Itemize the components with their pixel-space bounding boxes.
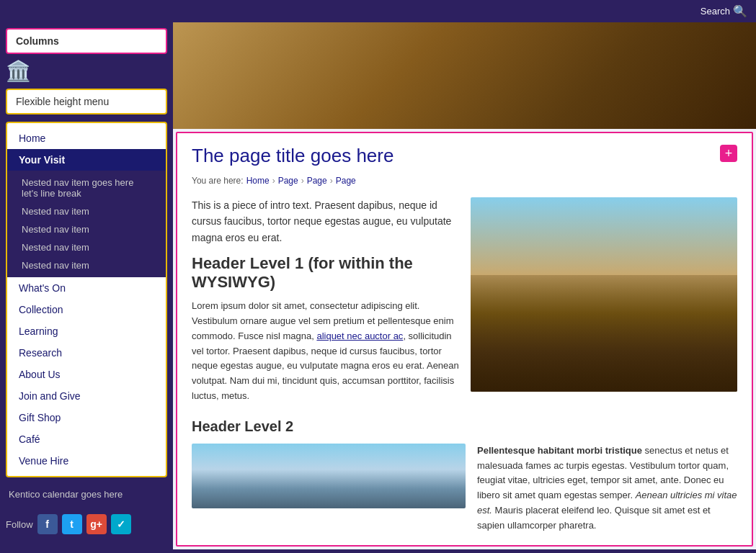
twitter-icon[interactable]: t — [62, 514, 82, 534]
nested-nav-item-5[interactable]: Nested nav item — [7, 256, 166, 274]
nested-nav-item-1[interactable]: Nested nav item goes here let's line bre… — [7, 174, 166, 202]
search-icon[interactable]: 🔍 — [733, 4, 747, 18]
main-layout: Columns 🏛️ Flexible height menu Home You… — [0, 22, 756, 549]
h1-wysiwyg: Header Level 1 (for within the WYSIWYG) — [192, 254, 459, 292]
nested-nav-item-4[interactable]: Nested nav item — [7, 238, 166, 256]
breadcrumb-page-3[interactable]: Page — [336, 176, 356, 186]
columns-label: Columns — [16, 35, 59, 47]
hero-image — [173, 22, 756, 129]
building-icon: 🏛️ — [6, 60, 31, 82]
breadcrumb-home[interactable]: Home — [246, 176, 270, 186]
body-text: Lorem ipsum dolor sit amet, consectetur … — [192, 299, 459, 404]
nav-item-whats-on[interactable]: What's On — [7, 277, 166, 299]
columns-box: Columns — [6, 28, 167, 54]
breadcrumb-page-2[interactable]: Page — [307, 176, 327, 186]
facebook-icon[interactable]: f — [37, 514, 58, 534]
nav-item-gift-shop[interactable]: Gift Shop — [7, 407, 166, 428]
boat-photo — [471, 197, 737, 392]
nested-nav-item-2[interactable]: Nested nav item — [7, 202, 166, 220]
intro-col: This is a piece of intro text. Praesent … — [192, 197, 459, 404]
right-col-em: Aenean ultricies mi vitae est. — [477, 490, 737, 516]
boat-photo-2-col — [192, 444, 466, 534]
follow-label: Follow — [6, 519, 33, 530]
googleplus-icon[interactable]: g+ — [86, 514, 107, 534]
nav-item-your-visit[interactable]: Your Visit — [7, 149, 166, 171]
content-area: The page title goes here + You are here:… — [176, 132, 753, 547]
calendar-placeholder: Kentico calendar goes here — [6, 483, 167, 505]
nav-item-learning[interactable]: Learning — [7, 320, 166, 342]
intro-text: This is a piece of intro text. Praesent … — [192, 197, 459, 246]
h2-wysiwyg: Header Level 2 — [192, 418, 737, 435]
breadcrumb-sep-3: › — [330, 176, 333, 186]
boat-image-col — [471, 197, 737, 404]
nested-nav-item-3[interactable]: Nested nav item — [7, 220, 166, 238]
nav-item-collection[interactable]: Collection — [7, 299, 166, 320]
you-are-here: You are here: — [192, 176, 244, 186]
hero-image-inner — [173, 22, 756, 129]
nested-nav-group: Nested nav item goes here let's line bre… — [7, 171, 166, 277]
body-link[interactable]: aliquet nec auctor ac — [316, 331, 403, 341]
two-col-section: This is a piece of intro text. Praesent … — [192, 197, 737, 404]
boat-photo-2 — [192, 444, 466, 508]
page-title: The page title goes here — [192, 145, 393, 167]
nav-item-venue-hire[interactable]: Venue Hire — [7, 450, 166, 472]
right-col-bold: Pellentesque habitant morbi tristique — [477, 445, 642, 456]
building-icon-area: 🏛️ — [6, 60, 167, 83]
nav-box: Home Your Visit Nested nav item goes her… — [6, 122, 167, 477]
main-content: The page title goes here + You are here:… — [173, 22, 756, 549]
breadcrumb-sep-2: › — [301, 176, 304, 186]
flex-menu-label: Flexible height menu — [16, 96, 109, 107]
nav-item-research[interactable]: Research — [7, 342, 166, 364]
search-label: Search — [701, 6, 730, 17]
breadcrumb: You are here: Home › Page › Page › Page — [192, 176, 737, 186]
breadcrumb-sep-1: › — [272, 176, 275, 186]
follow-bar: Follow f t g+ ✓ — [6, 511, 167, 537]
right-col-text: Pellentesque habitant morbi tristique se… — [477, 444, 737, 534]
nav-item-cafe[interactable]: Café — [7, 428, 166, 450]
breadcrumb-page-1[interactable]: Page — [278, 176, 298, 186]
flex-menu-box: Flexible height menu — [6, 89, 167, 114]
nav-item-join-and-give[interactable]: Join and Give — [7, 385, 166, 407]
left-panel: Columns 🏛️ Flexible height menu Home You… — [0, 22, 173, 549]
top-bar: Search 🔍 — [0, 0, 756, 22]
two-col-bottom: Pellentesque habitant morbi tristique se… — [192, 444, 737, 534]
nav-item-home[interactable]: Home — [7, 127, 166, 149]
nav-item-about-us[interactable]: About Us — [7, 364, 166, 385]
page-title-row: The page title goes here + — [192, 145, 737, 167]
add-button[interactable]: + — [720, 145, 737, 162]
email-icon[interactable]: ✓ — [111, 514, 131, 534]
